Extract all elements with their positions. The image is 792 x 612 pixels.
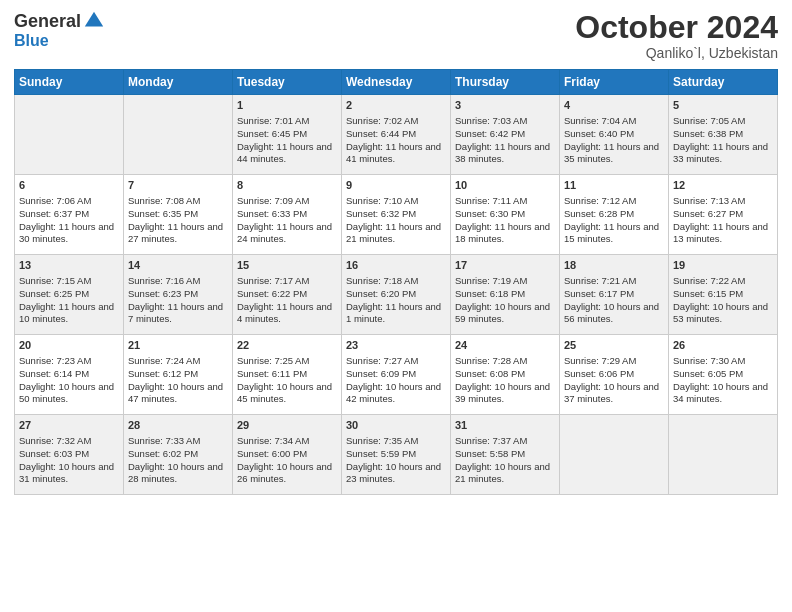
day-number: 15 — [237, 258, 337, 273]
calendar-cell — [560, 415, 669, 495]
calendar-cell: 11Sunrise: 7:12 AMSunset: 6:28 PMDayligh… — [560, 175, 669, 255]
calendar-cell: 19Sunrise: 7:22 AMSunset: 6:15 PMDayligh… — [669, 255, 778, 335]
daylight-text: Daylight: 10 hours and 31 minutes. — [19, 461, 119, 487]
day-number: 9 — [346, 178, 446, 193]
daylight-text: Daylight: 11 hours and 4 minutes. — [237, 301, 337, 327]
daylight-text: Daylight: 11 hours and 10 minutes. — [19, 301, 119, 327]
daylight-text: Daylight: 11 hours and 15 minutes. — [564, 221, 664, 247]
sunrise-text: Sunrise: 7:01 AM — [237, 115, 337, 128]
sunset-text: Sunset: 6:14 PM — [19, 368, 119, 381]
calendar-week-row: 1Sunrise: 7:01 AMSunset: 6:45 PMDaylight… — [15, 95, 778, 175]
calendar-cell: 17Sunrise: 7:19 AMSunset: 6:18 PMDayligh… — [451, 255, 560, 335]
sunset-text: Sunset: 6:33 PM — [237, 208, 337, 221]
calendar-cell: 9Sunrise: 7:10 AMSunset: 6:32 PMDaylight… — [342, 175, 451, 255]
day-number: 3 — [455, 98, 555, 113]
calendar-cell: 14Sunrise: 7:16 AMSunset: 6:23 PMDayligh… — [124, 255, 233, 335]
logo-blue-text: Blue — [14, 32, 49, 50]
sunset-text: Sunset: 6:23 PM — [128, 288, 228, 301]
daylight-text: Daylight: 11 hours and 1 minute. — [346, 301, 446, 327]
day-number: 27 — [19, 418, 119, 433]
sunset-text: Sunset: 6:08 PM — [455, 368, 555, 381]
calendar-cell: 30Sunrise: 7:35 AMSunset: 5:59 PMDayligh… — [342, 415, 451, 495]
daylight-text: Daylight: 11 hours and 27 minutes. — [128, 221, 228, 247]
sunrise-text: Sunrise: 7:29 AM — [564, 355, 664, 368]
calendar-cell — [15, 95, 124, 175]
day-number: 17 — [455, 258, 555, 273]
day-number: 10 — [455, 178, 555, 193]
calendar-cell: 23Sunrise: 7:27 AMSunset: 6:09 PMDayligh… — [342, 335, 451, 415]
sunset-text: Sunset: 6:30 PM — [455, 208, 555, 221]
sunrise-text: Sunrise: 7:35 AM — [346, 435, 446, 448]
page-container: General Blue October 2024 Qanliko`l, Uzb… — [0, 0, 792, 503]
sunrise-text: Sunrise: 7:30 AM — [673, 355, 773, 368]
sunset-text: Sunset: 6:20 PM — [346, 288, 446, 301]
sunrise-text: Sunrise: 7:28 AM — [455, 355, 555, 368]
calendar-cell: 25Sunrise: 7:29 AMSunset: 6:06 PMDayligh… — [560, 335, 669, 415]
calendar-week-row: 13Sunrise: 7:15 AMSunset: 6:25 PMDayligh… — [15, 255, 778, 335]
calendar-cell: 31Sunrise: 7:37 AMSunset: 5:58 PMDayligh… — [451, 415, 560, 495]
day-number: 11 — [564, 178, 664, 193]
weekday-header: Friday — [560, 70, 669, 95]
daylight-text: Daylight: 11 hours and 21 minutes. — [346, 221, 446, 247]
sunset-text: Sunset: 6:45 PM — [237, 128, 337, 141]
daylight-text: Daylight: 11 hours and 18 minutes. — [455, 221, 555, 247]
sunset-text: Sunset: 6:38 PM — [673, 128, 773, 141]
calendar-cell: 20Sunrise: 7:23 AMSunset: 6:14 PMDayligh… — [15, 335, 124, 415]
daylight-text: Daylight: 11 hours and 35 minutes. — [564, 141, 664, 167]
sunset-text: Sunset: 6:27 PM — [673, 208, 773, 221]
month-title: October 2024 — [575, 10, 778, 45]
sunset-text: Sunset: 6:02 PM — [128, 448, 228, 461]
weekday-header: Thursday — [451, 70, 560, 95]
sunrise-text: Sunrise: 7:09 AM — [237, 195, 337, 208]
day-number: 14 — [128, 258, 228, 273]
calendar-cell: 8Sunrise: 7:09 AMSunset: 6:33 PMDaylight… — [233, 175, 342, 255]
sunset-text: Sunset: 6:42 PM — [455, 128, 555, 141]
calendar-cell: 28Sunrise: 7:33 AMSunset: 6:02 PMDayligh… — [124, 415, 233, 495]
sunrise-text: Sunrise: 7:10 AM — [346, 195, 446, 208]
sunrise-text: Sunrise: 7:11 AM — [455, 195, 555, 208]
day-number: 24 — [455, 338, 555, 353]
day-number: 18 — [564, 258, 664, 273]
calendar-week-row: 20Sunrise: 7:23 AMSunset: 6:14 PMDayligh… — [15, 335, 778, 415]
sunrise-text: Sunrise: 7:24 AM — [128, 355, 228, 368]
sunset-text: Sunset: 6:44 PM — [346, 128, 446, 141]
sunrise-text: Sunrise: 7:04 AM — [564, 115, 664, 128]
calendar-cell — [669, 415, 778, 495]
logo: General Blue — [14, 10, 105, 50]
daylight-text: Daylight: 10 hours and 47 minutes. — [128, 381, 228, 407]
day-number: 31 — [455, 418, 555, 433]
sunset-text: Sunset: 6:37 PM — [19, 208, 119, 221]
weekday-header: Tuesday — [233, 70, 342, 95]
calendar-table: SundayMondayTuesdayWednesdayThursdayFrid… — [14, 69, 778, 495]
day-number: 19 — [673, 258, 773, 273]
daylight-text: Daylight: 10 hours and 59 minutes. — [455, 301, 555, 327]
sunrise-text: Sunrise: 7:23 AM — [19, 355, 119, 368]
sunset-text: Sunset: 5:59 PM — [346, 448, 446, 461]
sunset-text: Sunset: 6:05 PM — [673, 368, 773, 381]
daylight-text: Daylight: 10 hours and 56 minutes. — [564, 301, 664, 327]
sunset-text: Sunset: 6:09 PM — [346, 368, 446, 381]
sunset-text: Sunset: 6:17 PM — [564, 288, 664, 301]
daylight-text: Daylight: 10 hours and 39 minutes. — [455, 381, 555, 407]
sunrise-text: Sunrise: 7:03 AM — [455, 115, 555, 128]
day-number: 12 — [673, 178, 773, 193]
sunset-text: Sunset: 6:35 PM — [128, 208, 228, 221]
daylight-text: Daylight: 11 hours and 41 minutes. — [346, 141, 446, 167]
calendar-week-row: 27Sunrise: 7:32 AMSunset: 6:03 PMDayligh… — [15, 415, 778, 495]
sunrise-text: Sunrise: 7:05 AM — [673, 115, 773, 128]
day-number: 28 — [128, 418, 228, 433]
calendar-cell: 16Sunrise: 7:18 AMSunset: 6:20 PMDayligh… — [342, 255, 451, 335]
day-number: 26 — [673, 338, 773, 353]
daylight-text: Daylight: 10 hours and 34 minutes. — [673, 381, 773, 407]
weekday-header: Wednesday — [342, 70, 451, 95]
day-number: 29 — [237, 418, 337, 433]
calendar-cell: 13Sunrise: 7:15 AMSunset: 6:25 PMDayligh… — [15, 255, 124, 335]
calendar-cell: 29Sunrise: 7:34 AMSunset: 6:00 PMDayligh… — [233, 415, 342, 495]
daylight-text: Daylight: 10 hours and 21 minutes. — [455, 461, 555, 487]
logo-icon — [83, 10, 105, 32]
calendar-cell: 27Sunrise: 7:32 AMSunset: 6:03 PMDayligh… — [15, 415, 124, 495]
sunrise-text: Sunrise: 7:37 AM — [455, 435, 555, 448]
sunset-text: Sunset: 6:18 PM — [455, 288, 555, 301]
sunset-text: Sunset: 6:32 PM — [346, 208, 446, 221]
weekday-header: Saturday — [669, 70, 778, 95]
